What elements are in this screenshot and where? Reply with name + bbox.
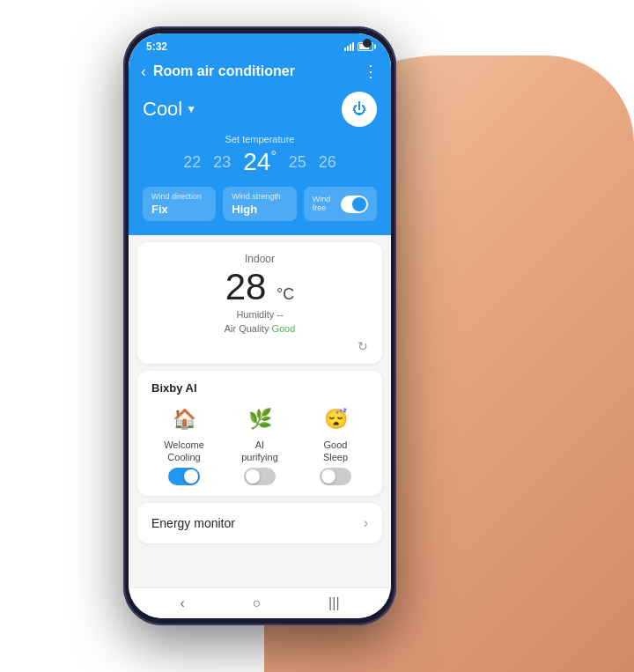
- bixby-purifying-toggle[interactable]: [244, 468, 276, 485]
- content-area: Indoor 28 °C Humidity -- Air Quality Goo…: [129, 235, 391, 587]
- indoor-humidity: Humidity --: [151, 309, 368, 320]
- nav-recent-button[interactable]: |||: [328, 595, 339, 611]
- wind-strength-box[interactable]: Wind strength High: [223, 187, 296, 221]
- indoor-title: Indoor: [151, 253, 368, 265]
- temperature-row: 22 23 24° 25 26: [143, 148, 377, 176]
- status-bar: 5:32: [129, 33, 391, 56]
- bixby-sleep-toggle[interactable]: [320, 468, 351, 485]
- bixby-item-cooling: 🏠 WelcomeCooling: [151, 403, 217, 485]
- energy-chevron-icon: ›: [364, 515, 368, 531]
- air-quality-value: Good: [271, 323, 295, 334]
- control-section: Cool ▼ ⏻ Set temperature 22 23 24°: [129, 92, 391, 235]
- bixby-purifying-label: AIpurifying: [241, 439, 278, 464]
- wind-direction-label: Wind direction: [151, 192, 207, 201]
- page-title: Room air conditioner: [153, 63, 363, 79]
- nav-back-button[interactable]: ‹: [180, 595, 184, 611]
- temp-24-active[interactable]: 24°: [243, 148, 276, 176]
- wind-free-toggle-knob: [352, 197, 366, 211]
- nav-home-button[interactable]: ○: [253, 595, 262, 611]
- wind-strength-label: Wind strength: [232, 192, 287, 201]
- bixby-cooling-label: WelcomeCooling: [164, 439, 204, 464]
- phone-inner: 5:32 ‹: [129, 33, 391, 618]
- mode-row: Cool ▼ ⏻: [143, 92, 377, 127]
- wind-direction-box[interactable]: Wind direction Fix: [143, 187, 216, 221]
- temperature-section: Set temperature 22 23 24° 25 26: [143, 134, 377, 176]
- energy-monitor-row[interactable]: Energy monitor ›: [137, 503, 382, 543]
- temp-22[interactable]: 22: [183, 153, 201, 172]
- temp-23[interactable]: 23: [213, 153, 231, 172]
- wind-strength-value: High: [232, 203, 287, 216]
- bixby-item-sleep: 😴 GoodSleep: [303, 403, 368, 485]
- set-temp-label: Set temperature: [143, 134, 377, 144]
- indoor-unit: °C: [276, 285, 294, 303]
- wind-free-label: Wind free: [313, 195, 342, 212]
- back-button[interactable]: ‹: [141, 63, 146, 81]
- energy-monitor-label: Energy monitor: [151, 516, 235, 530]
- bixby-card: Bixby AI 🏠 WelcomeCooling 🌿: [137, 371, 382, 496]
- indoor-card: Indoor 28 °C Humidity -- Air Quality Goo…: [137, 242, 382, 364]
- signal-bars-icon: [344, 42, 354, 51]
- power-button[interactable]: ⏻: [342, 92, 377, 127]
- wind-free-toggle[interactable]: [341, 196, 368, 213]
- wind-row: Wind direction Fix Wind strength High Wi…: [143, 187, 377, 221]
- refresh-row: ↻: [151, 339, 368, 353]
- navigation-bar: ‹ ○ |||: [129, 587, 391, 618]
- bixby-cooling-icon: 🏠: [168, 403, 200, 435]
- temp-26[interactable]: 26: [319, 153, 336, 172]
- bixby-sleep-icon: 😴: [320, 403, 351, 435]
- camera-dot: [363, 39, 372, 48]
- refresh-icon[interactable]: ↻: [358, 339, 368, 353]
- app-header: ‹ Room air conditioner ⋮: [129, 56, 391, 92]
- power-icon: ⏻: [352, 101, 366, 117]
- wind-direction-value: Fix: [151, 203, 207, 216]
- bixby-sleep-label: GoodSleep: [323, 439, 348, 464]
- more-options-icon[interactable]: ⋮: [363, 62, 379, 81]
- mode-selector[interactable]: Cool ▼: [143, 98, 196, 121]
- status-time: 5:32: [146, 41, 167, 53]
- temp-25[interactable]: 25: [289, 153, 306, 172]
- bixby-title: Bixby AI: [151, 381, 368, 395]
- bixby-items: 🏠 WelcomeCooling 🌿 AIpurifying: [151, 403, 368, 485]
- indoor-air-quality: Air Quality Good: [151, 323, 368, 334]
- wind-free-box: Wind free: [304, 187, 377, 221]
- bixby-cooling-toggle[interactable]: [168, 468, 200, 485]
- bixby-purifying-icon: 🌿: [244, 403, 276, 435]
- screen: 5:32 ‹: [129, 33, 391, 618]
- indoor-temperature: 28 °C: [151, 269, 368, 306]
- phone-shell: 5:32 ‹: [123, 26, 396, 625]
- mode-dropdown-icon: ▼: [186, 103, 196, 115]
- mode-value: Cool: [143, 98, 182, 121]
- bixby-item-purifying: 🌿 AIpurifying: [227, 403, 292, 485]
